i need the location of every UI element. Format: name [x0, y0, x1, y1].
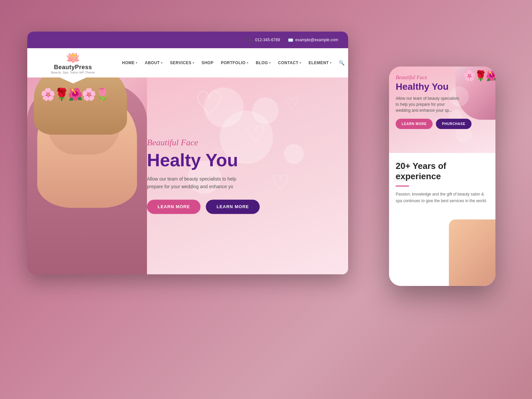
learn-more-button-1[interactable]: LEARN MORE [147, 200, 200, 214]
desktop-nav: HOME ▾ ABOUT ▾ SERVICES ▾ SHOP PORTFOLIO… [119, 60, 348, 66]
chevron-icon-services: ▾ [193, 61, 195, 65]
nav-label-shop: SHOP [201, 61, 213, 65]
chevron-icon-home: ▾ [136, 61, 138, 65]
mobile-hero-text: Beautiful Face Healthy You Allow our tea… [396, 74, 489, 129]
mobile-bottom-section: 2 20+ Years of experience Passion, knowl… [389, 153, 495, 286]
chevron-icon-blog: ▾ [269, 61, 271, 65]
mobile-learn-more-button[interactable]: LEARN MORE [396, 119, 433, 129]
desktop-hero: ♡ ♡ ♡ ♡ ♡ 🌸🌹🌺🌸🌷 [27, 77, 348, 274]
mobile-purchase-button[interactable]: PHURCHASE [436, 119, 471, 129]
phone-number: 012-345-6789 [255, 38, 280, 42]
mobile-experience-description: Passion, knowledge and the gift of beaut… [396, 191, 489, 204]
mobile-hero-section: 🌸🌹🌺 Beautiful Face Healthy You Allow our… [389, 66, 495, 153]
learn-more-button-2[interactable]: LEARN MORE [206, 200, 259, 214]
nav-item-blog[interactable]: BLOG ▾ [256, 61, 271, 65]
topbar: 📞 012-345-6789 ✉️ example@example.com [27, 32, 348, 48]
topbar-email: ✉️ example@example.com [288, 38, 338, 43]
woman-hair [34, 77, 127, 135]
heart-1: ♡ [194, 84, 224, 123]
nav-item-element[interactable]: ELEMENT ▾ [309, 61, 332, 65]
nav-label-element: ELEMENT [309, 61, 329, 65]
nav-label-services: SERVICES [170, 61, 191, 65]
nav-item-services[interactable]: SERVICES ▾ [170, 61, 194, 65]
nav-item-about[interactable]: ABOUT ▾ [145, 61, 163, 65]
desktop-header: 🪷 BeautyPress Beauty. Spa. Salon WP Them… [27, 48, 348, 77]
nav-item-portfolio[interactable]: PORTFOLIO ▾ [221, 61, 248, 65]
topbar-phone: 📞 012-345-6789 [248, 38, 280, 43]
mobile-hero-subtitle: Beautiful Face [396, 74, 489, 80]
search-icon[interactable]: 🔍 [339, 60, 348, 66]
chevron-icon-portfolio: ▾ [247, 61, 249, 65]
hero-subtitle: Beautiful Face [147, 138, 320, 148]
mobile-hero-buttons: LEARN MORE PHURCHASE [396, 119, 489, 129]
hero-buttons: LEARN MORE LEARN MORE [147, 200, 320, 214]
chevron-icon-element: ▾ [330, 61, 332, 65]
hero-title: Healty You [147, 150, 320, 170]
hero-description: Allow our team of beauty specialists to … [147, 176, 280, 191]
woman-figure-container: 🌸🌹🌺🌸🌷 [27, 77, 147, 274]
email-address: example@example.com [295, 38, 338, 42]
mobile-hero-title: Healthy You [396, 82, 489, 92]
nav-item-shop[interactable]: SHOP [201, 61, 213, 65]
mobile-mockup: 🌸🌹🌺 Beautiful Face Healthy You Allow our… [389, 66, 495, 286]
mobile-hero-description: Allow our team of beauty specialiststo h… [396, 95, 462, 113]
chevron-icon-contact: ▾ [300, 61, 302, 65]
nav-label-portfolio: PORTFOLIO [221, 61, 246, 65]
heart-5: ♡ [284, 94, 299, 113]
scene: 📞 012-345-6789 ✉️ example@example.com 🪷 … [0, 0, 532, 399]
mobile-divider [396, 186, 409, 187]
phone-icon: 📞 [248, 38, 253, 43]
hero-woman-image: 🌸🌹🌺🌸🌷 [27, 77, 147, 274]
nav-label-contact: CONTACT [278, 61, 298, 65]
logo-icon: 🪷 [66, 52, 80, 64]
chevron-icon-about: ▾ [161, 61, 163, 65]
nav-label-about: ABOUT [145, 61, 160, 65]
logo-tagline: Beauty. Spa. Salon WP Theme [51, 71, 95, 74]
desktop-mockup: 📞 012-345-6789 ✉️ example@example.com 🪷 … [27, 32, 348, 274]
logo-name: BeautyPress [54, 64, 92, 71]
mobile-experience-title: 20+ Years of experience [396, 161, 489, 182]
mobile-shoulder-image [449, 219, 495, 286]
nav-label-home: HOME [122, 61, 135, 65]
flower-crown: 🌸🌹🌺🌸🌷 [41, 87, 109, 101]
email-icon: ✉️ [288, 38, 293, 43]
mobile-experience-content: 20+ Years of experience Passion, knowled… [396, 161, 489, 204]
logo-area: 🪷 BeautyPress Beauty. Spa. Salon WP Them… [27, 48, 119, 77]
nav-item-contact[interactable]: CONTACT ▾ [278, 61, 301, 65]
nav-item-home[interactable]: HOME ▾ [122, 61, 138, 65]
mobile-shoulder-bg [449, 219, 495, 286]
hero-content: Beautiful Face Healty You Allow our team… [147, 138, 320, 214]
nav-label-blog: BLOG [256, 61, 268, 65]
